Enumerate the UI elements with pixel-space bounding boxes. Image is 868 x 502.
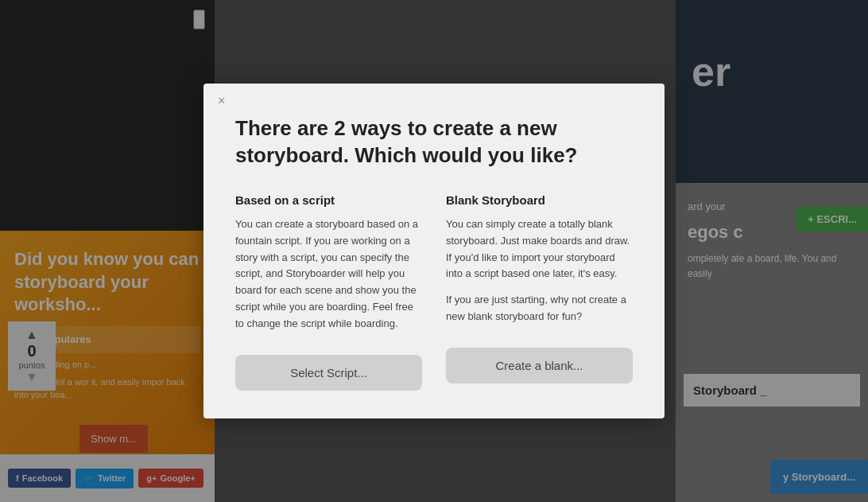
modal-col-blank: Blank Storyboard You can simply create a… [446,193,633,391]
select-script-button[interactable]: Select Script... [235,355,422,391]
modal-col-script: Based on a script You can create a story… [235,193,422,391]
col2-body-text2: If you are just starting, why not create… [446,292,633,325]
modal-overlay: × There are 2 ways to create a new story… [0,0,868,502]
col2-body: You can simply create a totally blank st… [446,216,633,325]
modal-close-button[interactable]: × [218,95,225,107]
modal-title: There are 2 ways to create a new storybo… [235,115,633,169]
create-blank-button[interactable]: Create a blank... [446,348,633,383]
modal-columns: Based on a script You can create a story… [235,193,633,391]
col2-heading: Blank Storyboard [446,193,633,207]
col1-body: You can create a storyboard based on a f… [235,216,422,333]
col2-body-text1: You can simply create a totally blank st… [446,216,633,282]
col1-heading: Based on a script [235,193,422,207]
modal-dialog: × There are 2 ways to create a new story… [203,84,665,418]
col1-body-text: You can create a storyboard based on a f… [235,216,422,333]
